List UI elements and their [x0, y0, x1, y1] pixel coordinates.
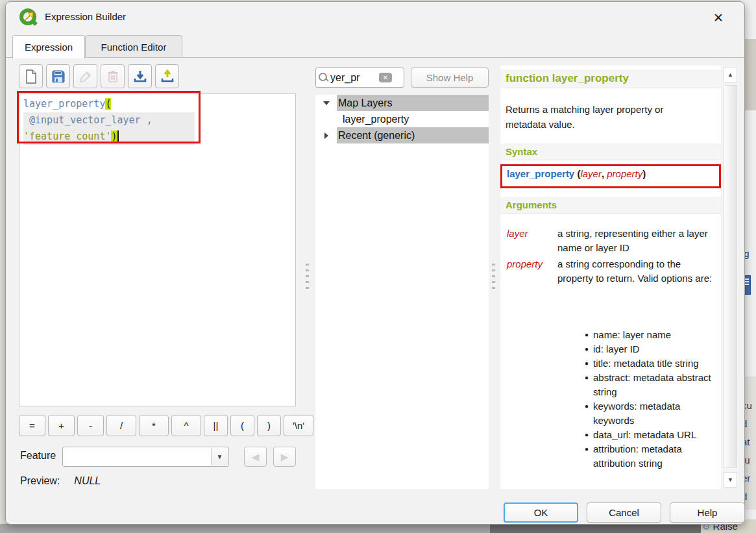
help-syntax-line: layer_property (layer, property): [507, 168, 646, 179]
help-title: function layer_property: [500, 69, 721, 88]
syntax-function-name: layer_property: [507, 168, 574, 179]
export-icon: [160, 69, 175, 84]
list-item: abstract: metadata abstract string: [585, 371, 721, 399]
op-multiply-button[interactable]: *: [139, 415, 169, 436]
new-expression-button[interactable]: [19, 64, 43, 88]
edit-expression-button[interactable]: [73, 64, 97, 88]
splitter-handle[interactable]: [306, 264, 309, 292]
cancel-button[interactable]: Cancel: [587, 502, 661, 523]
preview-row: Preview:NULL: [20, 475, 101, 487]
window-title: Expression Builder: [45, 11, 126, 22]
tree-item-label[interactable]: layer_property: [315, 111, 489, 127]
expression-builder-dialog: Expression Builder ✕ Expression Function…: [5, 1, 745, 525]
tab-function-editor[interactable]: Function Editor: [85, 35, 182, 58]
argument-row: property a string corresponding to the p…: [507, 257, 716, 286]
title-bar[interactable]: Expression Builder ✕: [6, 2, 744, 33]
argument-name: property: [507, 257, 557, 286]
function-search-box[interactable]: ✕: [315, 68, 404, 88]
preview-label: Preview:: [20, 475, 60, 486]
list-item: attribution: metadata attribution string: [585, 442, 721, 471]
arrow-right-icon: ▶: [281, 451, 289, 463]
import-icon: [133, 69, 147, 84]
tree-group-label[interactable]: Recent (generic): [337, 127, 489, 143]
code-line: 'feature_count'): [23, 129, 195, 145]
tab-bar: Expression Function Editor: [6, 35, 744, 58]
tree-group-recent-generic[interactable]: Recent (generic): [315, 127, 489, 143]
argument-description: a string, representing either a layer na…: [557, 227, 716, 255]
chevron-collapsed-icon[interactable]: [315, 132, 337, 139]
next-feature-button[interactable]: ▶: [273, 447, 296, 467]
property-options-list: name: layer name id: layer ID title: met…: [585, 328, 721, 471]
op-divide-button[interactable]: /: [106, 415, 136, 436]
pencil-icon: [79, 70, 92, 83]
show-help-button[interactable]: Show Help: [411, 68, 489, 88]
qgis-logo-icon: [19, 8, 38, 27]
code-string-token: 'feature_count': [23, 130, 111, 142]
help-scrollbar[interactable]: ▲ ▼: [722, 66, 738, 489]
feature-combobox[interactable]: ▼: [62, 447, 229, 467]
arrow-left-icon: ◀: [252, 451, 260, 463]
delete-expression-button[interactable]: [101, 64, 125, 88]
code-comma-token: ,: [147, 114, 152, 126]
screen: ig r cu d at tu er d ⚙ Raise Expression …: [0, 0, 756, 533]
syntax-close-paren: ): [642, 168, 646, 179]
syntax-arg-layer: layer: [580, 168, 602, 179]
search-input[interactable]: [330, 72, 377, 84]
function-help-panel: function layer_property Returns a matchi…: [500, 66, 721, 489]
splitter-handle[interactable]: [492, 264, 495, 292]
argument-row: layer a string, representing either a la…: [507, 227, 716, 255]
tree-item-layer-property[interactable]: layer_property: [315, 111, 489, 127]
op-open-paren-button[interactable]: (: [230, 415, 254, 436]
op-power-button[interactable]: ^: [171, 415, 201, 436]
tree-group-label[interactable]: Map Layers: [337, 95, 489, 111]
feature-label: Feature: [20, 450, 56, 462]
argument-description: a string corresponding to the property t…: [557, 257, 716, 286]
function-tree: Map Layers layer_property Recent (generi…: [315, 95, 489, 489]
scroll-down-icon[interactable]: ▼: [724, 472, 737, 488]
clear-search-icon[interactable]: ✕: [379, 73, 392, 82]
code-close-paren-token: ): [111, 130, 117, 142]
op-equals-button[interactable]: =: [19, 415, 45, 436]
ok-button[interactable]: OK: [504, 502, 578, 523]
chevron-expanded-icon[interactable]: [315, 101, 337, 105]
op-concat-button[interactable]: ||: [204, 415, 228, 436]
save-expression-button[interactable]: [46, 64, 70, 88]
new-file-icon: [25, 69, 38, 84]
import-expression-button[interactable]: [128, 64, 152, 88]
help-syntax-heading: Syntax: [500, 143, 721, 160]
list-item: data_url: metadata URL: [585, 428, 721, 442]
operator-buttons-row: = + - / * ^ || ( ) '\n': [19, 415, 313, 436]
previous-feature-button[interactable]: ◀: [244, 447, 267, 467]
op-plus-button[interactable]: +: [48, 415, 75, 436]
text-cursor: [117, 130, 119, 142]
code-variable-token: @input_vector_layer: [23, 114, 147, 126]
op-newline-button[interactable]: '\n': [284, 415, 313, 436]
code-open-paren-token: (: [105, 98, 111, 110]
search-icon: [319, 73, 328, 82]
scroll-up-icon[interactable]: ▲: [724, 67, 737, 82]
syntax-arg-property: property: [607, 168, 642, 179]
syntax-open-paren: (: [574, 168, 580, 179]
help-arguments-heading: Arguments: [500, 197, 721, 214]
help-button[interactable]: Help: [670, 502, 745, 523]
export-expression-button[interactable]: [155, 64, 179, 88]
help-description: Returns a matching layer property or met…: [506, 102, 707, 132]
tab-expression[interactable]: Expression: [12, 35, 85, 58]
op-close-paren-button[interactable]: ): [257, 415, 281, 436]
list-item: title: metadata title string: [585, 356, 721, 371]
scrollbar-thumb[interactable]: [724, 85, 737, 468]
expression-toolbar: [19, 64, 179, 88]
chevron-down-icon[interactable]: ▼: [211, 448, 228, 465]
save-icon: [52, 70, 65, 83]
tree-group-map-layers[interactable]: Map Layers: [315, 95, 489, 111]
close-icon[interactable]: ✕: [709, 8, 727, 27]
code-line: @input_vector_layer ,: [23, 112, 195, 129]
list-item: id: layer ID: [585, 342, 721, 356]
code-function-token: layer_property: [23, 98, 105, 110]
expression-code-editor[interactable]: layer_property( @input_vector_layer , 'f…: [19, 93, 296, 406]
argument-name: layer: [507, 227, 557, 255]
syntax-comma: ,: [602, 168, 607, 179]
op-minus-button[interactable]: -: [77, 415, 104, 436]
list-item: keywords: metadata keywords: [585, 399, 721, 428]
trash-icon: [107, 70, 119, 83]
